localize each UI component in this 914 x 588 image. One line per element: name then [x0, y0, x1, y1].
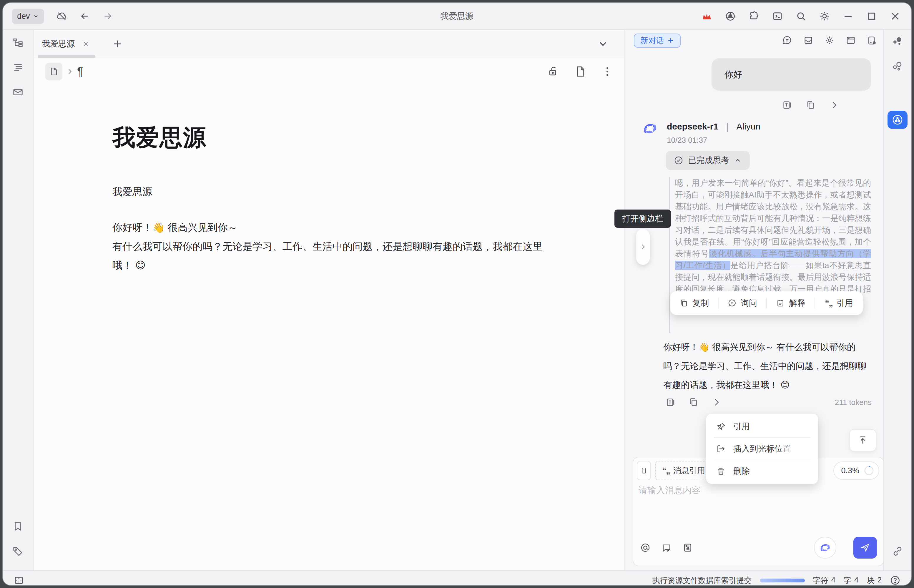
assistant-dots-icon[interactable] — [892, 36, 903, 47]
copy-icon[interactable] — [689, 397, 699, 407]
chat-history-icon[interactable] — [782, 35, 792, 45]
outline-icon[interactable] — [12, 62, 24, 73]
tag-icon[interactable] — [12, 546, 24, 557]
menu-label: 引用 — [836, 297, 853, 309]
window-title: 我爱思源 — [441, 11, 473, 22]
archive-icon[interactable] — [803, 35, 813, 45]
active-tab-indicator — [38, 55, 95, 58]
close-tab-icon[interactable] — [82, 40, 89, 47]
copy-selection-button[interactable]: 复制 — [670, 297, 718, 309]
theme-icon[interactable] — [819, 11, 830, 21]
new-chat-label: 新对话 — [640, 35, 664, 46]
menu-label: 复制 — [693, 297, 709, 309]
more-icon[interactable] — [601, 66, 613, 78]
context-usage-indicator[interactable]: 0.3% — [833, 462, 879, 480]
window-layout-icon[interactable] — [846, 35, 856, 45]
provider-name: Aliyun — [736, 121, 761, 132]
close-icon[interactable] — [890, 11, 901, 21]
thinking-status-label: 已完成思考 — [688, 155, 729, 166]
doc-paragraph: 你好呀！👋 很高兴见到你～ — [112, 218, 548, 237]
right-dock — [883, 30, 911, 570]
open-sidebar-handle[interactable] — [636, 229, 650, 265]
model-params-icon[interactable] — [683, 543, 693, 553]
quote-icon: “„ — [825, 298, 832, 308]
doc-info-icon[interactable] — [575, 66, 586, 78]
reply-check-icon[interactable] — [662, 543, 672, 553]
scroll-to-top-button[interactable] — [849, 429, 876, 451]
insert-at-cursor-item[interactable]: 插入到光标位置 — [706, 439, 818, 459]
extensions-icon[interactable] — [749, 11, 759, 21]
inbox-icon[interactable] — [12, 87, 24, 98]
ai-plugin-button[interactable] — [888, 111, 908, 129]
minimize-icon[interactable] — [843, 11, 853, 21]
unlock-icon[interactable] — [547, 66, 559, 78]
back-icon[interactable] — [79, 11, 90, 21]
chevron-up-icon — [734, 157, 741, 164]
paragraph-mark[interactable]: ¶ — [77, 65, 83, 78]
tab-bar: 我爱思源 — [34, 30, 624, 58]
model-select-button[interactable] — [814, 537, 836, 559]
file-tree-icon[interactable] — [12, 37, 24, 48]
browser-icon[interactable] — [725, 11, 736, 21]
ask-selection-button[interactable]: 询问 — [718, 297, 766, 309]
thinking-text: 嗯，用户发来一句简单的“你好”。看起来是个很常见的开场白，可能刚接触AI助手不太… — [675, 178, 871, 258]
new-chat-button[interactable]: 新对话 — [634, 34, 681, 48]
settings-icon[interactable] — [825, 35, 835, 45]
insert-arrow-icon — [716, 444, 726, 454]
quote-message-item[interactable]: 引用 — [706, 417, 818, 436]
trash-icon — [716, 467, 726, 476]
arrow-up-to-line-icon — [858, 435, 868, 445]
graph-circles-icon[interactable] — [892, 61, 903, 72]
new-tab-icon[interactable] — [112, 39, 123, 49]
send-button[interactable] — [853, 537, 877, 559]
quote-selection-button[interactable]: “„ 引用 — [814, 297, 863, 309]
device-settings-icon[interactable] — [867, 35, 877, 45]
menu-label: 解释 — [789, 297, 806, 309]
expand-icon[interactable] — [829, 100, 839, 110]
ai-chat-panel: 新对话 你好 deeps — [624, 30, 883, 570]
insert-text-icon[interactable] — [665, 397, 676, 407]
doc-paragraph: 有什么我可以帮你的吗？无论是学习、工作、生活中的问题，还是想聊聊有趣的话题，我都… — [112, 237, 548, 275]
chevron-right-icon — [639, 243, 647, 251]
tab-list-icon[interactable] — [597, 38, 609, 49]
assistant-reply[interactable]: 你好呀！👋 很高兴见到你～ 有什么我可以帮你的吗？无论是学习、工作、生活中的问题… — [663, 338, 873, 394]
context-device-button[interactable] — [637, 461, 651, 480]
task-progress-bar — [760, 578, 805, 582]
document-editor[interactable]: 我爱思源 我爱思源 你好呀！👋 很高兴见到你～ 有什么我可以帮你的吗？无论是学习… — [34, 85, 624, 570]
workspace-button[interactable]: dev — [12, 9, 44, 24]
explain-selection-button[interactable]: 解释 — [766, 297, 814, 309]
mention-icon[interactable] — [640, 543, 650, 553]
context-percent: 0.3% — [841, 466, 859, 475]
terminal-icon[interactable] — [772, 11, 783, 21]
doc-paragraph: 我爱思源 — [112, 185, 589, 199]
help-icon[interactable] — [890, 575, 901, 586]
menu-label: 引用 — [733, 421, 750, 432]
send-icon — [860, 543, 870, 553]
search-icon[interactable] — [796, 11, 806, 21]
maximize-icon[interactable] — [866, 11, 877, 21]
insert-text-icon[interactable] — [782, 100, 792, 110]
message-quote-chip[interactable]: “„ 消息引用 — [655, 461, 712, 480]
user-message-bubble[interactable]: 你好 — [712, 58, 871, 90]
vip-crown-icon[interactable] — [702, 11, 712, 21]
doc-breadcrumb-chip[interactable] — [45, 63, 62, 80]
thinking-toggle[interactable]: 已完成思考 — [665, 151, 750, 170]
titlebar: dev 我爱思源 — [3, 3, 911, 30]
word-count: 字4 — [844, 575, 858, 586]
cloud-off-icon[interactable] — [57, 11, 67, 21]
workspace-label: dev — [17, 12, 30, 21]
delete-message-item[interactable]: 删除 — [706, 462, 818, 481]
check-circle-icon — [674, 156, 683, 165]
background-task-label: 执行资源文件数据库索引提交 — [652, 575, 752, 586]
link-icon[interactable] — [892, 546, 903, 557]
forward-icon[interactable] — [102, 11, 113, 21]
menu-label: 删除 — [733, 465, 750, 477]
status-bar: 执行资源文件数据库索引提交 字符4 字4 块2 — [3, 570, 911, 586]
bookmark-icon[interactable] — [12, 521, 24, 532]
dock-toggle-icon[interactable] — [13, 575, 24, 586]
ask-icon — [728, 299, 736, 307]
tab-doc[interactable]: 我爱思源 — [34, 30, 100, 58]
copy-icon[interactable] — [806, 100, 816, 110]
message-input[interactable] — [639, 485, 877, 531]
expand-icon[interactable] — [712, 397, 722, 407]
